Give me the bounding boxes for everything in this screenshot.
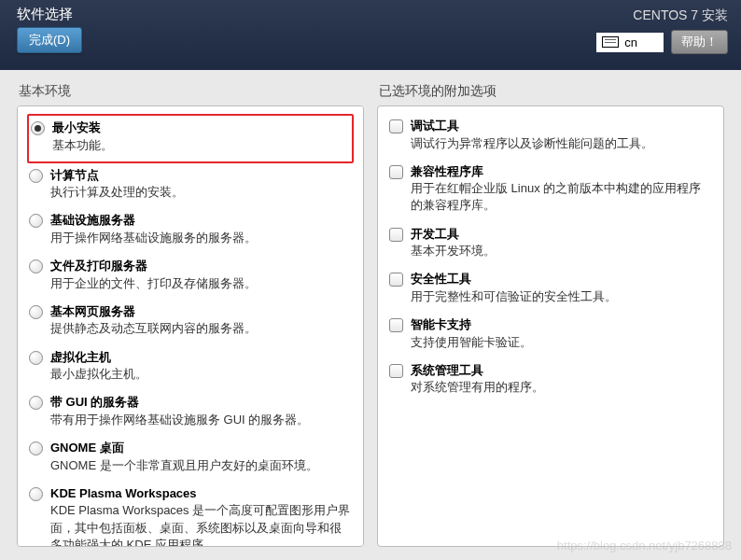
help-button[interactable]: 帮助！ bbox=[671, 30, 728, 54]
option-label: 系统管理工具 bbox=[411, 362, 712, 379]
option-label: 最小安装 bbox=[52, 119, 350, 136]
environment-panel: 基本环境 最小安装基本功能。计算节点执行计算及处理的安装。基础设施服务器用于操作… bbox=[17, 83, 364, 547]
option-label: 带 GUI 的服务器 bbox=[50, 394, 352, 411]
addon-panel: 已选环境的附加选项 调试工具调试行为异常程序以及诊断性能问题的工具。兼容性程序库… bbox=[377, 83, 724, 547]
keyboard-layout-label: cn bbox=[624, 35, 637, 49]
option-label: 基础设施服务器 bbox=[50, 212, 352, 229]
environment-radio[interactable] bbox=[29, 259, 43, 273]
option-desc: 执行计算及处理的安装。 bbox=[50, 184, 352, 201]
environment-radio[interactable] bbox=[29, 351, 43, 365]
environment-option[interactable]: GNOME 桌面GNOME 是一个非常直观且用户友好的桌面环境。 bbox=[27, 436, 354, 482]
environment-option[interactable]: 虚拟化主机最小虚拟化主机。 bbox=[27, 345, 354, 391]
option-label: 开发工具 bbox=[411, 226, 712, 243]
option-label: 计算节点 bbox=[50, 167, 352, 184]
option-desc: 用于在红帽企业版 Linux 的之前版本中构建的应用程序的兼容程序库。 bbox=[411, 180, 712, 214]
header-bar: 软件选择 完成(D) CENTOS 7 安装 cn 帮助！ bbox=[0, 0, 741, 70]
environment-option[interactable]: 计算节点执行计算及处理的安装。 bbox=[27, 163, 354, 209]
option-label: 安全性工具 bbox=[411, 271, 712, 287]
option-label: GNOME 桌面 bbox=[50, 440, 352, 456]
option-desc: 最小虚拟化主机。 bbox=[50, 366, 352, 383]
option-label: 兼容性程序库 bbox=[411, 163, 712, 180]
installer-title: CENTOS 7 安装 bbox=[596, 7, 728, 24]
environment-list: 最小安装基本功能。计算节点执行计算及处理的安装。基础设施服务器用于操作网络基础设… bbox=[17, 105, 364, 547]
addon-option[interactable]: 安全性工具用于完整性和可信验证的安全性工具。 bbox=[387, 267, 714, 313]
environment-option[interactable]: 带 GUI 的服务器带有用于操作网络基础设施服务 GUI 的服务器。 bbox=[27, 390, 354, 436]
environment-radio[interactable] bbox=[29, 396, 43, 410]
option-desc: 支持使用智能卡验证。 bbox=[411, 334, 712, 351]
addon-checkbox[interactable] bbox=[389, 364, 403, 378]
page-title: 软件选择 bbox=[17, 6, 82, 23]
option-label: 基本网页服务器 bbox=[50, 303, 352, 320]
addon-section-title: 已选环境的附加选项 bbox=[377, 83, 724, 100]
environment-option[interactable]: 基础设施服务器用于操作网络基础设施服务的服务器。 bbox=[27, 208, 354, 254]
addon-option[interactable]: 兼容性程序库用于在红帽企业版 Linux 的之前版本中构建的应用程序的兼容程序库… bbox=[387, 160, 714, 222]
addon-list: 调试工具调试行为异常程序以及诊断性能问题的工具。兼容性程序库用于在红帽企业版 L… bbox=[377, 105, 724, 547]
addon-option[interactable]: 系统管理工具对系统管理有用的程序。 bbox=[387, 358, 714, 404]
addon-checkbox[interactable] bbox=[389, 119, 403, 133]
content-area: 基本环境 最小安装基本功能。计算节点执行计算及处理的安装。基础设施服务器用于操作… bbox=[0, 70, 741, 560]
environment-option[interactable]: 基本网页服务器提供静态及动态互联网内容的服务器。 bbox=[27, 300, 354, 345]
environment-radio[interactable] bbox=[29, 214, 43, 228]
option-desc: GNOME 是一个非常直观且用户友好的桌面环境。 bbox=[50, 457, 352, 474]
option-desc: 用于企业的文件、打印及存储服务器。 bbox=[50, 275, 352, 292]
keyboard-icon bbox=[602, 36, 619, 48]
option-desc: 用于操作网络基础设施服务的服务器。 bbox=[50, 230, 352, 246]
option-label: KDE Plasma Workspaces bbox=[50, 485, 352, 502]
environment-section-title: 基本环境 bbox=[17, 83, 364, 100]
environment-option[interactable]: KDE Plasma WorkspacesKDE Plasma Workspac… bbox=[27, 482, 354, 547]
option-desc: 带有用于操作网络基础设施服务 GUI 的服务器。 bbox=[50, 412, 352, 428]
addon-option[interactable]: 开发工具基本开发环境。 bbox=[387, 222, 714, 268]
environment-radio[interactable] bbox=[29, 441, 43, 455]
option-label: 智能卡支持 bbox=[411, 316, 712, 333]
addon-checkbox[interactable] bbox=[389, 273, 403, 287]
environment-radio[interactable] bbox=[29, 305, 43, 319]
option-label: 调试工具 bbox=[411, 118, 712, 134]
environment-option[interactable]: 最小安装基本功能。 bbox=[27, 114, 354, 163]
option-desc: 对系统管理有用的程序。 bbox=[411, 379, 712, 396]
environment-radio[interactable] bbox=[29, 487, 43, 501]
addon-option[interactable]: 调试工具调试行为异常程序以及诊断性能问题的工具。 bbox=[387, 114, 714, 160]
addon-checkbox[interactable] bbox=[389, 318, 403, 332]
environment-radio[interactable] bbox=[31, 121, 45, 135]
done-button[interactable]: 完成(D) bbox=[17, 27, 82, 53]
addon-checkbox[interactable] bbox=[389, 228, 403, 242]
environment-radio[interactable] bbox=[29, 169, 43, 183]
option-desc: 调试行为异常程序以及诊断性能问题的工具。 bbox=[411, 135, 712, 152]
option-desc: 基本开发环境。 bbox=[411, 243, 712, 259]
environment-option[interactable]: 文件及打印服务器用于企业的文件、打印及存储服务器。 bbox=[27, 254, 354, 300]
addon-option[interactable]: 智能卡支持支持使用智能卡验证。 bbox=[387, 313, 714, 358]
option-label: 虚拟化主机 bbox=[50, 349, 352, 366]
option-desc: KDE Plasma Workspaces 是一个高度可配置图形用户界面，其中包… bbox=[50, 502, 352, 547]
option-desc: 用于完整性和可信验证的安全性工具。 bbox=[411, 288, 712, 305]
keyboard-layout-selector[interactable]: cn bbox=[596, 33, 664, 52]
addon-checkbox[interactable] bbox=[389, 165, 403, 179]
option-desc: 提供静态及动态互联网内容的服务器。 bbox=[50, 320, 352, 337]
option-label: 文件及打印服务器 bbox=[50, 258, 352, 274]
option-desc: 基本功能。 bbox=[52, 137, 350, 154]
